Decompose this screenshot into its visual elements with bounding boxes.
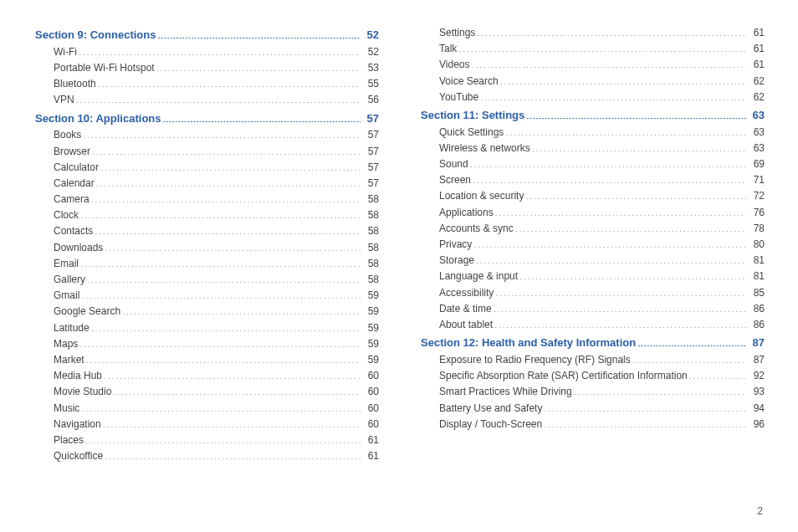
toc-item-row[interactable]: Exposure to Radio Frequency (RF) Signals… xyxy=(421,352,765,368)
toc-item-row[interactable]: Calculator57 xyxy=(35,160,379,176)
toc-item-row[interactable]: VPN56 xyxy=(35,92,379,108)
toc-item-row[interactable]: Calendar57 xyxy=(35,176,379,192)
toc-item-title: Browser xyxy=(54,144,92,160)
toc-item-row[interactable]: Latitude59 xyxy=(35,320,379,336)
toc-item-row[interactable]: Settings61 xyxy=(421,25,765,41)
toc-item-row[interactable]: Talk61 xyxy=(421,41,765,57)
toc-item-row[interactable]: Bluetooth55 xyxy=(35,76,379,92)
toc-item-row[interactable]: Media Hub60 xyxy=(35,368,379,384)
toc-leader-dots xyxy=(163,111,361,122)
toc-leader-dots xyxy=(104,369,361,379)
toc-item-row[interactable]: Movie Studio60 xyxy=(35,384,379,400)
toc-item-title: Exposure to Radio Frequency (RF) Signals xyxy=(439,352,632,368)
toc-item-row[interactable]: Language & input81 xyxy=(421,269,765,284)
toc-section-title: Section 11: Settings xyxy=(421,107,526,125)
toc-item-row[interactable]: Contacts58 xyxy=(35,223,379,239)
toc-item-row[interactable]: Wireless & networks63 xyxy=(421,141,765,156)
toc-leader-dots xyxy=(574,385,746,395)
toc-section-row[interactable]: Section 11: Settings63 xyxy=(421,107,765,125)
toc-item-row[interactable]: Accessibility85 xyxy=(421,285,765,301)
toc-item-row[interactable]: About tablet86 xyxy=(421,317,765,333)
toc-section-row[interactable]: Section 10: Applications57 xyxy=(35,110,379,128)
toc-item-title: Latitude xyxy=(54,320,91,336)
toc-item-row[interactable]: Battery Use and Safety94 xyxy=(421,401,765,417)
toc-item-row[interactable]: Email58 xyxy=(35,256,379,272)
toc-item-row[interactable]: Screen71 xyxy=(421,172,765,188)
toc-item-title: Language & input xyxy=(439,269,519,284)
toc-page-number: 58 xyxy=(361,272,379,288)
toc-item-row[interactable]: Quickoffice61 xyxy=(35,448,379,464)
toc-item-row[interactable]: Music60 xyxy=(35,401,379,417)
toc-item-row[interactable]: Sound69 xyxy=(421,156,765,172)
toc-item-title: Storage xyxy=(439,253,476,269)
toc-item-row[interactable]: Google Search59 xyxy=(35,304,379,320)
toc-item-row[interactable]: Voice Search62 xyxy=(421,74,765,90)
toc-item-title: Privacy xyxy=(439,237,473,253)
toc-section-title: Section 10: Applications xyxy=(35,110,163,128)
toc-page-number: 80 xyxy=(746,237,765,253)
toc-page-number: 78 xyxy=(746,221,765,237)
toc-item-title: Location & security xyxy=(439,188,525,204)
toc-leader-dots xyxy=(505,125,746,136)
toc-section-row[interactable]: Section 9: Connections52 xyxy=(35,27,379,44)
toc-item-row[interactable]: Date & time86 xyxy=(421,301,765,317)
toc-item-title: Settings xyxy=(439,25,477,41)
toc-page-number: 58 xyxy=(361,223,379,239)
toc-page-number: 56 xyxy=(361,92,379,108)
toc-item-row[interactable]: Clock58 xyxy=(35,207,379,223)
toc-leader-dots xyxy=(473,173,746,183)
toc-item-row[interactable]: Smart Practices While Driving93 xyxy=(421,384,765,400)
toc-item-row[interactable]: Videos61 xyxy=(421,57,765,73)
toc-item-row[interactable]: Books57 xyxy=(35,127,379,143)
toc-item-row[interactable]: Storage81 xyxy=(421,253,765,269)
toc-leader-dots xyxy=(480,90,746,100)
toc-leader-dots xyxy=(95,224,361,234)
toc-leader-dots xyxy=(476,253,746,263)
toc-leader-dots xyxy=(532,141,746,151)
toc-item-title: VPN xyxy=(54,92,76,108)
toc-item-title: Movie Studio xyxy=(54,384,113,400)
toc-item-title: Portable Wi-Fi Hotspot xyxy=(54,60,156,76)
toc-item-row[interactable]: Wi-Fi52 xyxy=(35,44,379,60)
toc-item-row[interactable]: Browser57 xyxy=(35,144,379,160)
toc-page-number: 58 xyxy=(361,256,379,272)
toc-page-number: 61 xyxy=(361,448,379,464)
toc-item-row[interactable]: Market59 xyxy=(35,352,379,368)
toc-page-number: 71 xyxy=(746,172,765,188)
toc-item-row[interactable]: Downloads58 xyxy=(35,240,379,256)
toc-page-number: 53 xyxy=(361,60,379,76)
toc-item-row[interactable]: Quick Settings63 xyxy=(421,125,765,141)
toc-leader-dots xyxy=(494,318,746,328)
toc-columns: Section 9: Connections52Wi-Fi52Portable … xyxy=(35,25,765,464)
toc-item-title: Date & time xyxy=(439,301,494,317)
toc-item-row[interactable]: Specific Absorption Rate (SAR) Certifica… xyxy=(421,368,765,384)
toc-item-title: Accounts & sync xyxy=(439,221,515,237)
toc-column-left: Section 9: Connections52Wi-Fi52Portable … xyxy=(35,25,379,464)
toc-item-row[interactable]: Navigation60 xyxy=(35,417,379,432)
toc-leader-dots xyxy=(637,335,746,346)
toc-page-number: 57 xyxy=(361,144,379,160)
toc-page-number: 60 xyxy=(361,401,379,417)
toc-item-row[interactable]: YouTube62 xyxy=(421,90,765,105)
toc-section-row[interactable]: Section 12: Health and Safety Informatio… xyxy=(421,335,765,352)
toc-item-row[interactable]: Maps59 xyxy=(35,336,379,352)
toc-item-row[interactable]: Gmail59 xyxy=(35,288,379,304)
toc-item-row[interactable]: Location & security72 xyxy=(421,188,765,204)
toc-item-title: Specific Absorption Rate (SAR) Certifica… xyxy=(439,368,689,384)
toc-item-row[interactable]: Applications76 xyxy=(421,205,765,221)
toc-item-title: Navigation xyxy=(54,417,103,432)
toc-item-title: YouTube xyxy=(439,90,480,105)
toc-item-row[interactable]: Privacy80 xyxy=(421,237,765,253)
toc-item-row[interactable]: Gallery58 xyxy=(35,272,379,288)
toc-item-title: Quick Settings xyxy=(439,125,505,141)
toc-leader-dots xyxy=(122,304,361,315)
toc-leader-dots xyxy=(495,206,746,216)
toc-item-row[interactable]: Portable Wi-Fi Hotspot53 xyxy=(35,60,379,76)
toc-item-row[interactable]: Accounts & sync78 xyxy=(421,221,765,237)
toc-item-title: Quickoffice xyxy=(54,448,105,464)
toc-item-row[interactable]: Display / Touch-Screen96 xyxy=(421,417,765,432)
toc-item-row[interactable]: Camera58 xyxy=(35,192,379,207)
toc-page-number: 62 xyxy=(746,74,765,90)
toc-leader-dots xyxy=(473,238,746,248)
toc-item-row[interactable]: Places61 xyxy=(35,432,379,448)
